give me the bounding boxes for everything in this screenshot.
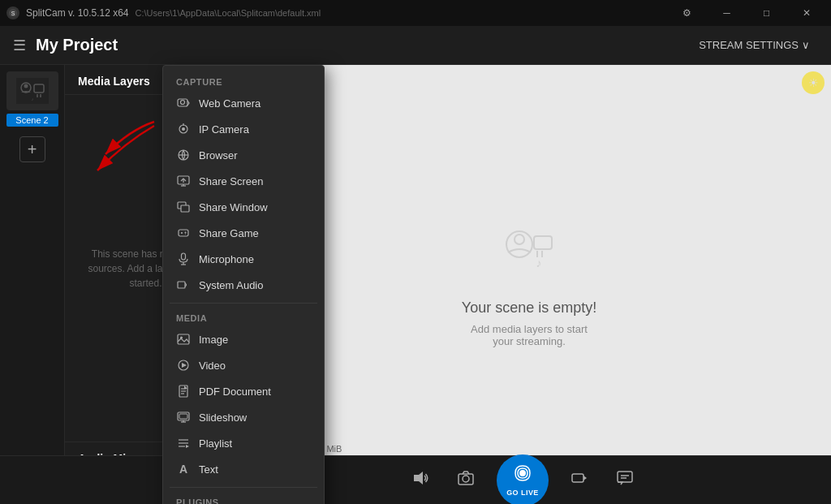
text-icon: A [176,462,191,476]
ip-camera-label: IP Camera [199,123,249,136]
scene-thumbnail[interactable]: ♪ Scene 2 [6,71,58,127]
record-icon [571,469,588,491]
dropdown-item-microphone[interactable]: Microphone [163,246,324,272]
pdf-document-label: PDF Document [199,386,271,398]
scenes-sidebar: ♪ Scene 2 + [0,65,65,504]
preview-empty-sub: Add media layers to start your streaming… [471,323,588,347]
svg-point-14 [463,476,469,482]
bottom-controls: GO LIVE [406,454,639,505]
svg-text:♪: ♪ [536,256,542,269]
svg-rect-10 [534,236,552,249]
dropdown-item-text[interactable]: A Text [163,456,324,482]
close-btn[interactable]: ✕ [788,0,825,26]
chat-icon [616,469,634,491]
microphone-icon [176,252,191,266]
speaker-icon [411,469,429,491]
image-label: Image [199,334,228,346]
pdf-icon [176,384,191,398]
svg-marker-46 [182,363,187,368]
svg-rect-52 [179,414,187,419]
project-title: My Project [36,36,118,54]
svg-rect-16 [572,474,583,482]
scene-thumb-image: ♪ [6,71,58,110]
svg-rect-42 [178,282,185,288]
add-scene-button[interactable]: + [19,136,45,162]
minimize-btn[interactable]: ─ [708,0,745,26]
dropdown-item-ip-camera[interactable]: IP Camera [163,116,324,142]
go-live-label: GO LIVE [506,489,539,497]
window-controls: ⚙ ─ □ ✕ [669,0,825,26]
dropdown-item-playlist[interactable]: Playlist [163,430,324,456]
share-window-icon [176,200,191,214]
dropdown-item-pdf-document[interactable]: PDF Document [163,378,324,404]
playlist-icon [176,436,191,450]
dropdown-item-system-audio[interactable]: System Audio [163,272,324,298]
hamburger-icon[interactable]: ☰ [13,37,26,54]
empty-scene-icon: ♪ [497,222,562,286]
svg-rect-33 [181,205,189,212]
dropdown-item-image[interactable]: Image [163,326,324,352]
dropdown-item-share-window[interactable]: Share Window [163,194,324,220]
svg-point-37 [185,232,187,234]
web-camera-icon [176,96,191,110]
microphone-label: Microphone [199,253,254,265]
dropdown-item-slideshow[interactable]: Slideshow [163,404,324,430]
dropdown-item-share-screen[interactable]: Share Screen [163,168,324,194]
capture-section-label: CAPTURE [163,72,324,90]
svg-marker-12 [414,472,423,485]
svg-point-9 [515,235,524,244]
browser-icon [176,148,191,162]
bottom-bar: GO LIVE [0,455,831,504]
share-window-label: Share Window [199,201,268,213]
navbar: ☰ My Project STREAM SETTINGS ∨ [0,26,831,65]
dropdown-item-web-camera[interactable]: Web Camera [163,90,324,116]
camera-icon [457,469,475,491]
preview-empty-title: Your scene is empty! [462,299,596,317]
slideshow-icon [176,410,191,424]
svg-point-38 [185,234,186,235]
speaker-button[interactable] [406,466,435,495]
svg-rect-43 [178,334,189,344]
stream-settings-button[interactable]: STREAM SETTINGS ∨ [691,34,818,56]
dropdown-item-video[interactable]: Video [163,352,324,378]
brightness-icon: ☀ [808,76,819,89]
app-title: SplitCam v. 10.5.12 x64 [26,7,129,19]
share-screen-label: Share Screen [199,175,264,187]
svg-rect-34 [179,230,188,236]
svg-text:S: S [11,11,15,16]
camera-snapshot-button[interactable] [451,466,480,495]
record-button[interactable] [565,466,594,495]
svg-point-24 [182,127,185,131]
chat-button[interactable] [610,466,639,495]
web-camera-label: Web Camera [199,97,260,110]
maximize-btn[interactable]: □ [748,0,785,26]
image-icon [176,332,191,347]
go-live-button[interactable]: GO LIVE [497,454,549,505]
svg-point-22 [181,101,185,105]
video-icon [176,358,191,373]
share-game-icon [176,226,191,240]
brightness-button[interactable]: ☀ [802,71,825,94]
svg-rect-39 [182,253,186,260]
media-section-label: MEDIA [163,308,324,326]
settings-btn[interactable]: ⚙ [669,0,705,26]
svg-rect-18 [618,472,632,482]
svg-point-15 [519,470,526,476]
dropdown-item-share-game[interactable]: Share Game [163,220,324,246]
app-logo: S [6,6,19,19]
file-path: C:\Users\1\AppData\Local\Splitcam\defaul… [136,8,321,18]
svg-marker-58 [186,445,189,448]
navbar-left: ☰ My Project [13,36,118,54]
chevron-down-icon: ∨ [802,39,810,51]
divider-1 [170,303,317,304]
dropdown-menu: CAPTURE Web Camera IP Camera [162,65,325,504]
titlebar: S SplitCam v. 10.5.12 x64 C:\Users\1\App… [0,0,831,26]
main-layout: ♪ Scene 2 + Media Layers This scene has … [0,65,831,504]
divider-2 [170,487,317,488]
stream-settings-label: STREAM SETTINGS [699,39,799,51]
scene-label: Scene 2 [6,114,58,127]
titlebar-left: S SplitCam v. 10.5.12 x64 C:\Users\1\App… [6,6,321,19]
plugins-section-label: PLUGINS [163,493,324,504]
dropdown-item-browser[interactable]: Browser [163,142,324,168]
playlist-label: Playlist [199,437,232,450]
